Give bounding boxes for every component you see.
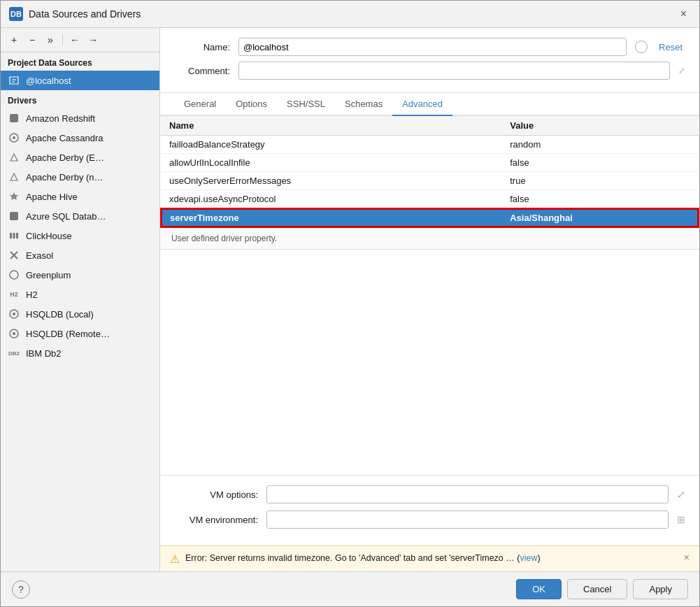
table-row[interactable]: useOnlyServerErrorMessages true [161, 172, 699, 190]
sidebar-item-hsqldb-local[interactable]: HSQLDB (Local) [1, 304, 159, 324]
bottom-bar: ? OK Cancel Apply [1, 571, 699, 606]
user-defined-note: User defined driver property. [160, 228, 699, 250]
apache-derby-e-icon [8, 151, 20, 164]
add-button[interactable]: + [6, 32, 22, 48]
error-close-button[interactable]: × [684, 552, 690, 563]
localhost-label: @localhost [26, 76, 71, 86]
name-input[interactable] [238, 38, 627, 56]
forward-button[interactable]: → [85, 32, 101, 48]
localhost-icon [8, 74, 20, 87]
vm-options-input[interactable] [266, 485, 669, 504]
row-value: false [501, 154, 699, 172]
col-value-header: Value [501, 116, 699, 136]
sidebar-item-apache-derby-e[interactable]: Apache Derby (E… [1, 148, 159, 167]
table-row[interactable]: xdevapi.useAsyncProtocol false [161, 190, 699, 209]
row-value-selected[interactable]: Asia/Shanghai [501, 208, 699, 227]
table-row[interactable]: allowUrlInLocalInfile false [161, 154, 699, 172]
dialog-title: Data Sources and Drivers [29, 8, 141, 20]
tab-advanced[interactable]: Advanced [392, 93, 452, 116]
drivers-section: Drivers Amazon Redshift Apache Cassandra [1, 90, 159, 571]
sidebar-item-greenplum[interactable]: Greenplum [1, 265, 159, 285]
error-view-link[interactable]: view [520, 553, 537, 563]
ibm-db2-icon: DB2 [8, 347, 20, 359]
vm-environment-input[interactable] [266, 510, 669, 529]
sidebar-item-apache-derby-n[interactable]: Apache Derby (n… [1, 167, 159, 187]
sidebar-item-hsqldb-remote[interactable]: HSQLDB (Remote… [1, 324, 159, 343]
expand-vm-options-icon[interactable]: ⤢ [677, 489, 685, 500]
warning-icon: ⚠ [170, 552, 180, 566]
tab-general[interactable]: General [174, 93, 226, 116]
main-content: + − » ← → Project Data Sources @localhos… [1, 28, 699, 571]
sidebar-item-amazon-redshift[interactable]: Amazon Redshift [1, 108, 159, 128]
back-button[interactable]: ← [67, 32, 83, 48]
svg-point-7 [10, 271, 18, 279]
sidebar: + − » ← → Project Data Sources @localhos… [1, 28, 160, 571]
sidebar-item-exasol[interactable]: Exasol [1, 245, 159, 265]
name-label: Name: [174, 42, 230, 52]
sidebar-item-azure-sql[interactable]: Azure SQL Datab… [1, 206, 159, 226]
sidebar-item-apache-hive[interactable]: Apache Hive [1, 187, 159, 206]
col-name-header: Name [161, 116, 501, 136]
h2-label: H2 [26, 290, 38, 300]
row-value: true [501, 172, 699, 190]
azure-sql-label: Azure SQL Datab… [26, 211, 106, 222]
remove-button[interactable]: − [24, 32, 40, 48]
hsqldb-remote-icon [8, 327, 20, 340]
expand-icon[interactable]: ⤢ [678, 66, 685, 76]
tab-options[interactable]: Options [226, 93, 277, 116]
help-button[interactable]: ? [12, 580, 30, 599]
apply-button[interactable]: Apply [633, 579, 688, 599]
close-button[interactable]: × [676, 6, 691, 22]
clickhouse-label: ClickHouse [26, 231, 72, 241]
apache-derby-e-label: Apache Derby (E… [26, 152, 104, 163]
error-text-suffix: ) [537, 553, 540, 563]
error-banner: ⚠ Error: Server returns invalid timezone… [160, 545, 699, 571]
vm-options-label: VM options: [174, 490, 258, 500]
cancel-button[interactable]: Cancel [567, 579, 627, 599]
properties-table: Name Value failloadBalanceStrategy rando… [160, 116, 699, 228]
comment-label: Comment: [174, 66, 230, 76]
tabs-bar: General Options SSH/SSL Schemas Advanced [160, 93, 699, 116]
ok-button[interactable]: OK [516, 579, 562, 599]
right-panel: Name: Reset Comment: ⤢ General Options S… [160, 28, 699, 571]
form-area: Name: Reset Comment: ⤢ [160, 28, 699, 93]
sidebar-item-localhost[interactable]: @localhost [1, 71, 159, 90]
app-icon: DB [9, 7, 23, 21]
comment-input[interactable] [238, 62, 670, 80]
svg-rect-4 [10, 233, 12, 238]
vm-section: VM options: ⤢ VM environment: ⊞ [160, 475, 699, 545]
apache-cassandra-icon [8, 131, 20, 144]
amazon-redshift-label: Amazon Redshift [26, 113, 95, 124]
table-row[interactable]: failloadBalanceStrategy random [161, 136, 699, 154]
tab-schemas[interactable]: Schemas [335, 93, 392, 116]
error-message: Error: Server returns invalid timezone. … [185, 552, 678, 565]
sidebar-toolbar: + − » ← → [1, 28, 159, 52]
expand-vm-env-icon[interactable]: ⊞ [677, 514, 685, 525]
hsqldb-local-label: HSQLDB (Local) [26, 309, 94, 320]
row-value: false [501, 190, 699, 209]
sidebar-item-h2[interactable]: H2 H2 [1, 285, 159, 304]
dialog-window: DB Data Sources and Drivers × + − » ← → … [0, 0, 700, 607]
error-text-main: Error: Server returns invalid timezone. … [185, 553, 520, 563]
svg-rect-6 [16, 233, 18, 238]
apache-derby-n-icon [8, 171, 20, 183]
table-row-selected[interactable]: serverTimezone Asia/Shanghai [161, 208, 699, 227]
tab-ssh-ssl[interactable]: SSH/SSL [277, 93, 335, 116]
drivers-section-label: Drivers [1, 90, 159, 108]
clickhouse-icon [8, 229, 20, 242]
properties-table-container: Name Value failloadBalanceStrategy rando… [160, 116, 699, 475]
reset-button[interactable]: Reset [656, 42, 685, 52]
sidebar-item-apache-cassandra[interactable]: Apache Cassandra [1, 128, 159, 148]
sidebar-item-clickhouse[interactable]: ClickHouse [1, 226, 159, 245]
apache-hive-label: Apache Hive [26, 192, 78, 202]
row-name-selected: serverTimezone [161, 208, 501, 227]
greenplum-label: Greenplum [26, 270, 71, 280]
toolbar-separator [62, 34, 63, 45]
name-info-button[interactable] [635, 41, 648, 53]
title-bar: DB Data Sources and Drivers × [1, 1, 699, 28]
ibm-db2-label: IBM Db2 [26, 348, 62, 359]
more-button[interactable]: » [43, 32, 58, 48]
svg-rect-0 [10, 114, 18, 122]
sidebar-item-ibm-db2[interactable]: DB2 IBM Db2 [1, 343, 159, 363]
comment-row: Comment: ⤢ [174, 62, 685, 80]
